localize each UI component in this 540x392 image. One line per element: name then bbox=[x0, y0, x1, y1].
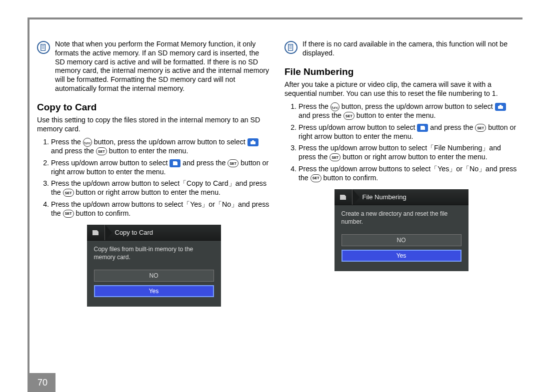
intro-text: Use this setting to copy the files store… bbox=[37, 116, 270, 134]
dialog-header: Copy to Card bbox=[87, 225, 221, 241]
step-2: Press up/down arrow button to select and… bbox=[51, 159, 270, 177]
func-button-icon: func bbox=[83, 138, 92, 147]
set-button-icon: SET bbox=[310, 174, 322, 182]
dialog-tab-icon bbox=[87, 225, 105, 240]
toolbox-icon bbox=[248, 138, 258, 146]
set-button-icon: SET bbox=[475, 124, 486, 132]
step-3: Press the up/down arrow button to select… bbox=[298, 144, 518, 162]
note-block: If there is no card available in the cam… bbox=[284, 40, 518, 58]
step-4: Press the up/down arrow buttons to selec… bbox=[51, 200, 270, 218]
note-text: If there is no card available in the cam… bbox=[302, 40, 518, 58]
dialog-buttons: NO Yes bbox=[334, 234, 468, 262]
set-button-icon: SET bbox=[96, 147, 107, 155]
dialog-title: Copy to Card bbox=[115, 229, 154, 237]
step-1: Press the func button, press the up/down… bbox=[51, 138, 270, 156]
set-button-icon: SET bbox=[63, 189, 74, 197]
step-2: Press up/down arrow button to select and… bbox=[298, 123, 518, 141]
steps-list: Press the func button, press the up/down… bbox=[284, 102, 518, 183]
toolbox-icon bbox=[495, 103, 506, 111]
left-column: Note that when you perform the Format Me… bbox=[37, 40, 270, 367]
right-column: If there is no card available in the cam… bbox=[284, 40, 518, 367]
note-icon bbox=[284, 41, 298, 54]
camera-dialog-filenum: File Numbering Create a new directory an… bbox=[334, 189, 468, 271]
step-4: Press the up/down arrow buttons to selec… bbox=[298, 165, 518, 183]
page-content: Note that when you perform the Format Me… bbox=[37, 40, 518, 367]
heading-file-numbering: File Numbering bbox=[284, 66, 518, 78]
svg-rect-11 bbox=[500, 105, 502, 106]
breadcrumb-arrow-icon bbox=[105, 225, 112, 241]
note-text: Note that when you perform the Format Me… bbox=[55, 40, 270, 93]
set-button-icon: SET bbox=[63, 210, 74, 218]
dialog-buttons: NO Yes bbox=[87, 270, 221, 297]
note-icon bbox=[37, 41, 50, 54]
dialog-title: File Numbering bbox=[362, 193, 406, 201]
no-button[interactable]: NO bbox=[342, 234, 462, 246]
breadcrumb-arrow-icon bbox=[352, 189, 360, 205]
dialog-body-text: Copy files from built-in memory to the m… bbox=[87, 241, 221, 270]
set-button-icon: SET bbox=[330, 153, 340, 161]
step-3: Press the up/down arrow button to select… bbox=[51, 179, 270, 197]
dialog-body-text: Create a new directory and reset the fil… bbox=[334, 205, 468, 234]
note-block: Note that when you perform the Format Me… bbox=[37, 40, 270, 93]
intro-text: After you take a picture or video clip, … bbox=[284, 80, 518, 98]
set-button-icon: SET bbox=[228, 159, 238, 167]
page-number: 70 bbox=[30, 373, 56, 392]
dialog-header: File Numbering bbox=[334, 189, 468, 205]
sdcard-icon bbox=[170, 159, 180, 167]
svg-rect-6 bbox=[288, 44, 293, 50]
svg-rect-5 bbox=[252, 140, 254, 142]
step-1: Press the func button, press the up/down… bbox=[298, 102, 518, 120]
svg-rect-0 bbox=[41, 44, 46, 50]
sdcard-icon bbox=[417, 124, 428, 132]
set-button-icon: SET bbox=[344, 112, 354, 120]
no-button[interactable]: NO bbox=[94, 270, 214, 282]
steps-list: Press the func button, press the up/down… bbox=[37, 138, 270, 218]
yes-button[interactable]: Yes bbox=[342, 250, 462, 262]
heading-copy-to-card: Copy to Card bbox=[37, 101, 270, 113]
dialog-tab-icon bbox=[334, 189, 352, 205]
camera-dialog-copy: Copy to Card Copy files from built-in me… bbox=[87, 225, 221, 307]
func-button-icon: func bbox=[330, 102, 340, 111]
yes-button[interactable]: Yes bbox=[94, 285, 214, 297]
